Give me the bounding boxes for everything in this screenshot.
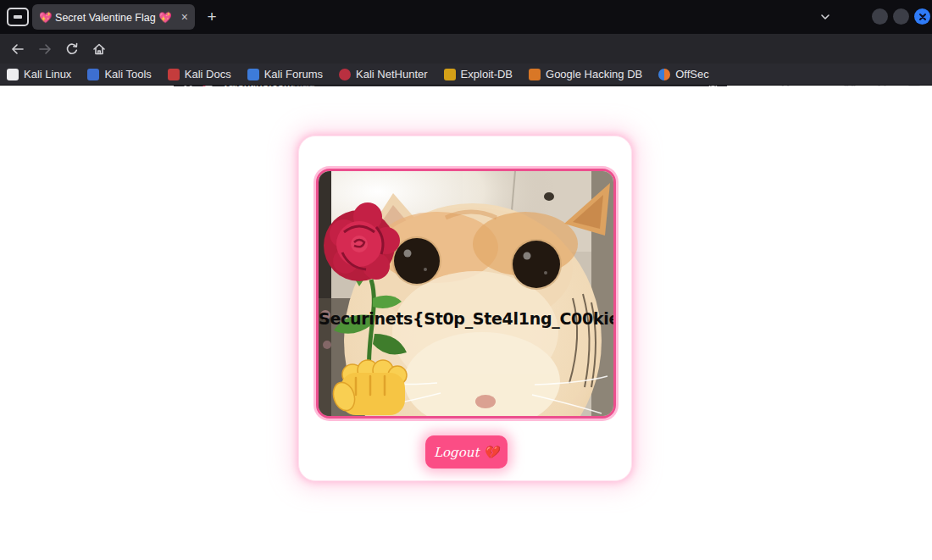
tab-bar: 💖 Secret Valentine Flag 💖 × + — [0, 0, 932, 34]
kali-docs-icon — [168, 69, 180, 80]
window-maximize-button[interactable] — [893, 8, 909, 25]
flag-text: Securinets{St0p_Ste4l1ng_C00kies} — [319, 309, 613, 328]
window-minimize-button[interactable] — [872, 8, 888, 25]
new-tab-button[interactable]: + — [202, 7, 222, 27]
reload-button[interactable] — [59, 37, 85, 61]
navigation-toolbar: valentine.com/flag — [0, 34, 932, 64]
kali-nethunter-icon — [339, 69, 351, 80]
kali-forums-icon — [247, 69, 259, 80]
logout-button[interactable]: Logout 💔 — [425, 435, 508, 469]
tab-close-icon[interactable]: × — [181, 11, 188, 23]
google-hacking-db-icon — [529, 69, 541, 80]
bookmark-exploit-db[interactable]: Exploit-DB — [444, 68, 513, 80]
bookmarks-toolbar: Kali Linux Kali Tools Kali Docs Kali For… — [0, 64, 932, 86]
bookmark-kali-forums[interactable]: Kali Forums — [247, 68, 323, 80]
bookmark-kali-tools[interactable]: Kali Tools — [87, 68, 151, 80]
cat-photo-illustration — [319, 171, 613, 416]
exploit-db-icon — [444, 69, 456, 80]
forward-button[interactable] — [32, 37, 58, 61]
kali-tools-icon — [87, 69, 99, 80]
tab-secret-valentine-flag[interactable]: 💖 Secret Valentine Flag 💖 × — [32, 4, 195, 30]
home-button[interactable] — [86, 37, 112, 61]
window-close-button[interactable] — [914, 8, 930, 25]
kali-linux-icon — [7, 69, 19, 80]
back-button[interactable] — [5, 37, 31, 61]
cat-photo: Securinets{St0p_Ste4l1ng_C00kies} — [316, 169, 616, 419]
list-all-tabs-chevron-icon[interactable] — [815, 7, 835, 27]
browser-window: 💖 Secret Valentine Flag 💖 × + — [0, 0, 932, 560]
firefox-view-icon[interactable] — [7, 8, 29, 26]
tab-title: 💖 Secret Valentine Flag 💖 — [39, 11, 176, 24]
bookmark-kali-nethunter[interactable]: Kali NetHunter — [339, 68, 428, 80]
bookmark-kali-linux[interactable]: Kali Linux — [7, 68, 71, 80]
valentine-card: Securinets{St0p_Ste4l1ng_C00kies} Logout… — [298, 136, 632, 481]
bookmark-kali-docs[interactable]: Kali Docs — [168, 68, 231, 80]
page-content: Securinets{St0p_Ste4l1ng_C00kies} Logout… — [0, 86, 932, 560]
bookmark-offsec[interactable]: OffSec — [658, 68, 709, 80]
offsec-icon — [658, 69, 670, 80]
bookmark-google-hacking-db[interactable]: Google Hacking DB — [529, 68, 642, 80]
